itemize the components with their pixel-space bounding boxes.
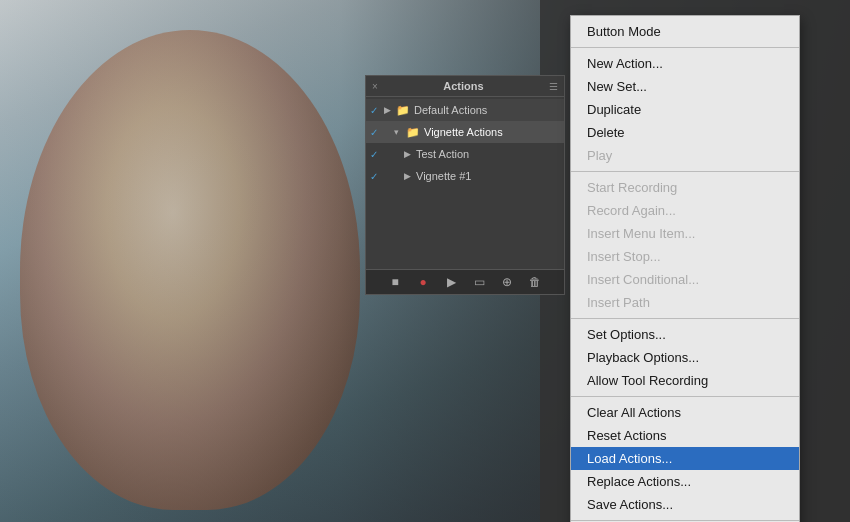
menu-item-new-action[interactable]: New Action... — [571, 52, 799, 75]
menu-item-insert-menu-item: Insert Menu Item... — [571, 222, 799, 245]
menu-item-play: Play — [571, 144, 799, 167]
expand-triangle[interactable]: ▶ — [404, 149, 416, 159]
menu-item-insert-conditional: Insert Conditional... — [571, 268, 799, 291]
context-menu: Button Mode New Action... New Set... Dup… — [570, 15, 800, 522]
expand-triangle[interactable]: ▶ — [404, 171, 416, 181]
menu-item-delete[interactable]: Delete — [571, 121, 799, 144]
actions-panel-header: × Actions ☰ — [366, 76, 564, 97]
menu-item-clear-all-actions[interactable]: Clear All Actions — [571, 401, 799, 424]
actions-list: ✓ ▶ 📁 Default Actions ✓ ▾ 📁 Vignette Act… — [366, 97, 564, 189]
menu-divider — [571, 520, 799, 521]
menu-item-duplicate[interactable]: Duplicate — [571, 98, 799, 121]
stop-button[interactable]: ■ — [385, 275, 405, 289]
delete-button[interactable]: 🗑 — [525, 275, 545, 289]
actions-panel-title: Actions — [443, 80, 483, 92]
menu-divider — [571, 171, 799, 172]
panel-menu-icon[interactable]: ☰ — [549, 81, 558, 92]
menu-item-insert-stop: Insert Stop... — [571, 245, 799, 268]
check-mark: ✓ — [370, 171, 384, 182]
action-name: Default Actions — [414, 104, 560, 116]
actions-panel: × Actions ☰ ✓ ▶ 📁 Default Actions ✓ ▾ 📁 … — [365, 75, 565, 295]
check-mark: ✓ — [370, 105, 384, 116]
action-name: Test Action — [416, 148, 560, 160]
expand-triangle[interactable]: ▶ — [384, 105, 396, 115]
panel-close-button[interactable]: × — [372, 81, 378, 92]
menu-item-allow-tool-recording[interactable]: Allow Tool Recording — [571, 369, 799, 392]
action-name: Vignette #1 — [416, 170, 560, 182]
action-name: Vignette Actions — [424, 126, 560, 138]
list-item[interactable]: ✓ ▶ 📁 Default Actions — [366, 99, 564, 121]
new-action-button[interactable]: ⊕ — [497, 275, 517, 289]
check-mark: ✓ — [370, 127, 384, 138]
new-folder-button[interactable]: ▭ — [469, 275, 489, 289]
menu-item-reset-actions[interactable]: Reset Actions — [571, 424, 799, 447]
list-item[interactable]: ✓ ▶ Test Action — [366, 143, 564, 165]
play-button[interactable]: ▶ — [441, 275, 461, 289]
folder-icon: 📁 — [406, 126, 420, 139]
folder-icon: 📁 — [396, 104, 410, 117]
list-item[interactable]: ✓ ▾ 📁 Vignette Actions — [366, 121, 564, 143]
list-item[interactable]: ✓ ▶ Vignette #1 — [366, 165, 564, 187]
menu-item-replace-actions[interactable]: Replace Actions... — [571, 470, 799, 493]
menu-item-button-mode[interactable]: Button Mode — [571, 20, 799, 43]
menu-divider — [571, 318, 799, 319]
menu-item-record-again: Record Again... — [571, 199, 799, 222]
menu-item-insert-path: Insert Path — [571, 291, 799, 314]
record-button[interactable]: ● — [413, 275, 433, 289]
menu-item-save-actions[interactable]: Save Actions... — [571, 493, 799, 516]
check-mark: ✓ — [370, 149, 384, 160]
menu-divider — [571, 47, 799, 48]
actions-toolbar: ■ ● ▶ ▭ ⊕ 🗑 — [366, 269, 564, 294]
menu-item-playback-options[interactable]: Playback Options... — [571, 346, 799, 369]
menu-divider — [571, 396, 799, 397]
menu-item-new-set[interactable]: New Set... — [571, 75, 799, 98]
menu-item-set-options[interactable]: Set Options... — [571, 323, 799, 346]
menu-item-load-actions[interactable]: Load Actions... — [571, 447, 799, 470]
expand-triangle[interactable]: ▾ — [394, 127, 406, 137]
menu-item-start-recording: Start Recording — [571, 176, 799, 199]
